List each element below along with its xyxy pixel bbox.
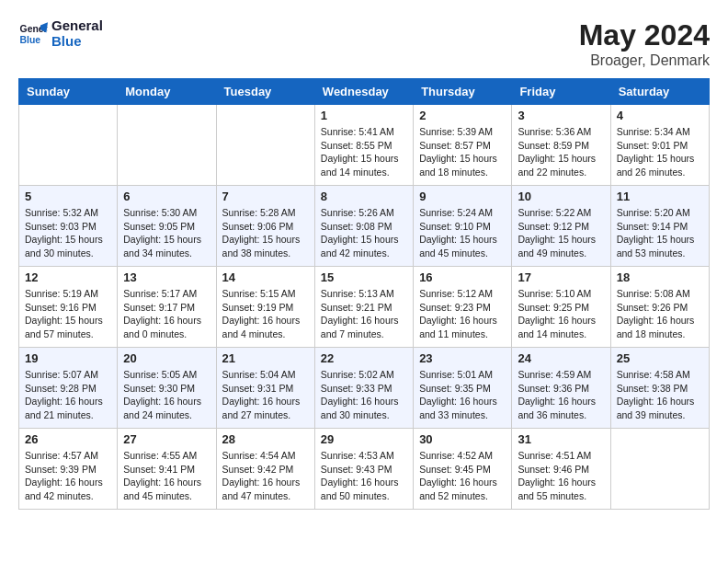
day-number: 1 [321,109,407,122]
cell-info: Sunrise: 5:07 AMSunset: 9:28 PMDaylight:… [25,368,111,422]
calendar-cell: 21Sunrise: 5:04 AMSunset: 9:31 PMDayligh… [216,348,314,429]
day-number: 18 [617,270,703,284]
day-number: 13 [123,270,210,284]
cell-info: Sunrise: 5:24 AMSunset: 9:10 PMDaylight:… [419,206,506,260]
page-header: General Blue General Blue May 2024 Broag… [18,18,710,69]
weekday-header-thursday: Thursday [414,79,512,105]
cell-info: Sunrise: 5:28 AMSunset: 9:06 PMDaylight:… [222,206,309,260]
day-number: 19 [25,351,111,365]
cell-info: Sunrise: 5:32 AMSunset: 9:03 PMDaylight:… [25,206,111,260]
calendar-cell: 30Sunrise: 4:52 AMSunset: 9:45 PMDayligh… [414,429,512,510]
calendar-table: SundayMondayTuesdayWednesdayThursdayFrid… [18,78,710,510]
calendar-cell: 24Sunrise: 4:59 AMSunset: 9:36 PMDayligh… [512,348,610,429]
weekday-header-wednesday: Wednesday [314,79,413,105]
cell-info: Sunrise: 5:41 AMSunset: 8:55 PMDaylight:… [321,125,407,179]
cell-info: Sunrise: 5:30 AMSunset: 9:05 PMDaylight:… [123,206,210,260]
calendar-body: 1Sunrise: 5:41 AMSunset: 8:55 PMDaylight… [19,105,710,510]
logo: General Blue General Blue [18,18,103,49]
day-number: 14 [222,270,309,284]
calendar-cell: 4Sunrise: 5:34 AMSunset: 9:01 PMDaylight… [610,105,709,186]
cell-info: Sunrise: 5:34 AMSunset: 9:01 PMDaylight:… [617,125,703,179]
calendar-cell [216,105,314,186]
cell-info: Sunrise: 5:39 AMSunset: 8:57 PMDaylight:… [419,125,506,179]
logo-name-blue: Blue [51,34,103,50]
calendar-cell: 2Sunrise: 5:39 AMSunset: 8:57 PMDaylight… [414,105,512,186]
calendar-cell [610,429,709,510]
calendar-cell: 3Sunrise: 5:36 AMSunset: 8:59 PMDaylight… [512,105,610,186]
calendar-cell: 25Sunrise: 4:58 AMSunset: 9:38 PMDayligh… [610,348,709,429]
cell-info: Sunrise: 5:15 AMSunset: 9:19 PMDaylight:… [222,287,309,341]
day-number: 10 [518,190,604,203]
calendar-cell: 19Sunrise: 5:07 AMSunset: 9:28 PMDayligh… [19,348,118,429]
day-number: 17 [518,270,604,284]
calendar-cell: 17Sunrise: 5:10 AMSunset: 9:25 PMDayligh… [512,267,610,348]
calendar-cell: 8Sunrise: 5:26 AMSunset: 9:08 PMDaylight… [314,186,413,267]
cell-info: Sunrise: 5:22 AMSunset: 9:12 PMDaylight:… [518,206,604,260]
cell-info: Sunrise: 4:57 AMSunset: 9:39 PMDaylight:… [25,449,111,503]
location-subtitle: Broager, Denmark [579,52,710,69]
cell-info: Sunrise: 5:08 AMSunset: 9:26 PMDaylight:… [617,287,703,341]
day-number: 30 [419,432,506,446]
cell-info: Sunrise: 4:51 AMSunset: 9:46 PMDaylight:… [518,449,604,503]
day-number: 22 [321,351,407,365]
day-number: 5 [25,190,111,203]
calendar-cell: 18Sunrise: 5:08 AMSunset: 9:26 PMDayligh… [610,267,709,348]
day-number: 11 [617,190,703,203]
cell-info: Sunrise: 5:20 AMSunset: 9:14 PMDaylight:… [617,206,703,260]
month-year-title: May 2024 [579,18,710,52]
calendar-header: SundayMondayTuesdayWednesdayThursdayFrid… [19,79,710,105]
cell-info: Sunrise: 5:12 AMSunset: 9:23 PMDaylight:… [419,287,506,341]
cell-info: Sunrise: 5:10 AMSunset: 9:25 PMDaylight:… [518,287,604,341]
logo-name-general: General [51,18,103,34]
day-number: 6 [123,190,210,203]
day-number: 26 [25,432,111,446]
cell-info: Sunrise: 5:13 AMSunset: 9:21 PMDaylight:… [321,287,407,341]
calendar-cell [118,105,216,186]
calendar-cell: 1Sunrise: 5:41 AMSunset: 8:55 PMDaylight… [314,105,413,186]
cell-info: Sunrise: 4:59 AMSunset: 9:36 PMDaylight:… [518,368,604,422]
cell-info: Sunrise: 5:05 AMSunset: 9:30 PMDaylight:… [123,368,210,422]
calendar-cell: 15Sunrise: 5:13 AMSunset: 9:21 PMDayligh… [314,267,413,348]
cell-info: Sunrise: 5:26 AMSunset: 9:08 PMDaylight:… [321,206,407,260]
day-number: 27 [123,432,210,446]
weekday-header-tuesday: Tuesday [216,79,314,105]
calendar-cell: 16Sunrise: 5:12 AMSunset: 9:23 PMDayligh… [414,267,512,348]
day-number: 21 [222,351,309,365]
cell-info: Sunrise: 5:19 AMSunset: 9:16 PMDaylight:… [25,287,111,341]
day-number: 2 [419,109,506,122]
day-number: 31 [518,432,604,446]
cell-info: Sunrise: 5:36 AMSunset: 8:59 PMDaylight:… [518,125,604,179]
calendar-week-row: 26Sunrise: 4:57 AMSunset: 9:39 PMDayligh… [19,429,710,510]
svg-text:Blue: Blue [20,34,41,44]
weekday-header-sunday: Sunday [19,79,118,105]
calendar-cell: 20Sunrise: 5:05 AMSunset: 9:30 PMDayligh… [118,348,216,429]
logo-icon: General Blue [18,19,48,49]
day-number: 7 [222,190,309,203]
calendar-cell: 9Sunrise: 5:24 AMSunset: 9:10 PMDaylight… [414,186,512,267]
cell-info: Sunrise: 4:58 AMSunset: 9:38 PMDaylight:… [617,368,703,422]
day-number: 15 [321,270,407,284]
day-number: 28 [222,432,309,446]
cell-info: Sunrise: 5:01 AMSunset: 9:35 PMDaylight:… [419,368,506,422]
cell-info: Sunrise: 5:04 AMSunset: 9:31 PMDaylight:… [222,368,309,422]
calendar-cell: 13Sunrise: 5:17 AMSunset: 9:17 PMDayligh… [118,267,216,348]
calendar-cell [19,105,118,186]
day-number: 9 [419,190,506,203]
calendar-week-row: 12Sunrise: 5:19 AMSunset: 9:16 PMDayligh… [19,267,710,348]
title-block: May 2024 Broager, Denmark [579,18,710,69]
calendar-week-row: 1Sunrise: 5:41 AMSunset: 8:55 PMDaylight… [19,105,710,186]
day-number: 24 [518,351,604,365]
day-number: 20 [123,351,210,365]
calendar-cell: 26Sunrise: 4:57 AMSunset: 9:39 PMDayligh… [19,429,118,510]
calendar-cell: 22Sunrise: 5:02 AMSunset: 9:33 PMDayligh… [314,348,413,429]
weekday-header-saturday: Saturday [610,79,709,105]
weekday-header-row: SundayMondayTuesdayWednesdayThursdayFrid… [19,79,710,105]
calendar-cell: 27Sunrise: 4:55 AMSunset: 9:41 PMDayligh… [118,429,216,510]
calendar-cell: 29Sunrise: 4:53 AMSunset: 9:43 PMDayligh… [314,429,413,510]
calendar-cell: 11Sunrise: 5:20 AMSunset: 9:14 PMDayligh… [610,186,709,267]
day-number: 23 [419,351,506,365]
cell-info: Sunrise: 4:55 AMSunset: 9:41 PMDaylight:… [123,449,210,503]
day-number: 3 [518,109,604,122]
day-number: 4 [617,109,703,122]
weekday-header-monday: Monday [118,79,216,105]
